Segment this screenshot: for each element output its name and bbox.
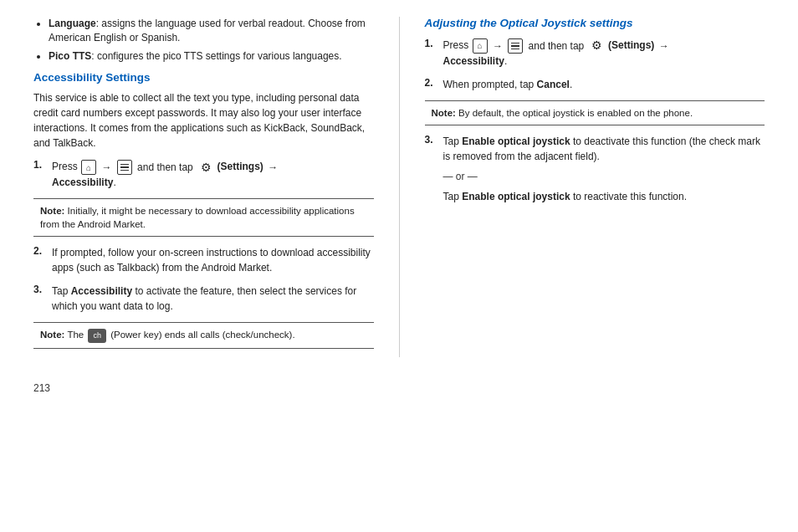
step-1: 1. Press ⌂ → and then tap ⚙ (Settings) →… xyxy=(33,159,374,190)
right-note-box: Note: By default, the optical joystick i… xyxy=(425,100,765,125)
accessibility-label: Accessibility xyxy=(52,176,113,188)
settings-label: (Settings) xyxy=(217,161,263,172)
step-3: 3. Tap Accessibility to activate the fea… xyxy=(33,284,374,314)
bullet-item-language: Language: assigns the language used for … xyxy=(49,17,374,45)
column-divider xyxy=(399,17,400,357)
home-icon: ⌂ xyxy=(81,160,96,175)
menu-icon xyxy=(117,160,132,175)
note-box-2: Note: The ch (Power key) ends all calls … xyxy=(33,322,374,348)
or-text: — or — xyxy=(443,169,765,184)
page-number: 213 xyxy=(33,382,765,394)
right-step1-press: Press xyxy=(443,39,469,51)
settings-icon: ⚙ xyxy=(198,160,213,175)
right-step-2: 2. When prompted, tap Cancel. xyxy=(425,77,765,92)
right-accessibility-label: Accessibility xyxy=(443,55,504,67)
accessibility-settings-title: Accessibility Settings xyxy=(33,71,374,84)
body-text: This service is able to collect all the … xyxy=(33,90,374,151)
bullet-list: Language: assigns the language used for … xyxy=(33,17,374,63)
bullet-item-pico-tts: Pico TTS: configures the pico TTS settin… xyxy=(49,49,374,64)
right-step-3: 3. Tap Enable optical joystick to deacti… xyxy=(425,134,765,204)
power-icon: ch xyxy=(88,329,106,343)
left-column: Language: assigns the language used for … xyxy=(33,17,374,357)
optical-joystick-title: Adjusting the Optical Joystick settings xyxy=(425,17,765,29)
step1-press-text: Press xyxy=(52,161,78,172)
right-settings-icon: ⚙ xyxy=(590,38,605,54)
right-home-icon: ⌂ xyxy=(473,38,488,54)
step-2: 2. If prompted, follow your on-screen in… xyxy=(33,245,374,275)
right-menu-icon xyxy=(508,38,523,54)
right-step-1: 1. Press ⌂ → and then tap ⚙ (Settings) →… xyxy=(425,38,765,69)
right-column: Adjusting the Optical Joystick settings … xyxy=(425,17,765,357)
note-box-1: Note: Initially, it might be necessary t… xyxy=(33,198,374,237)
